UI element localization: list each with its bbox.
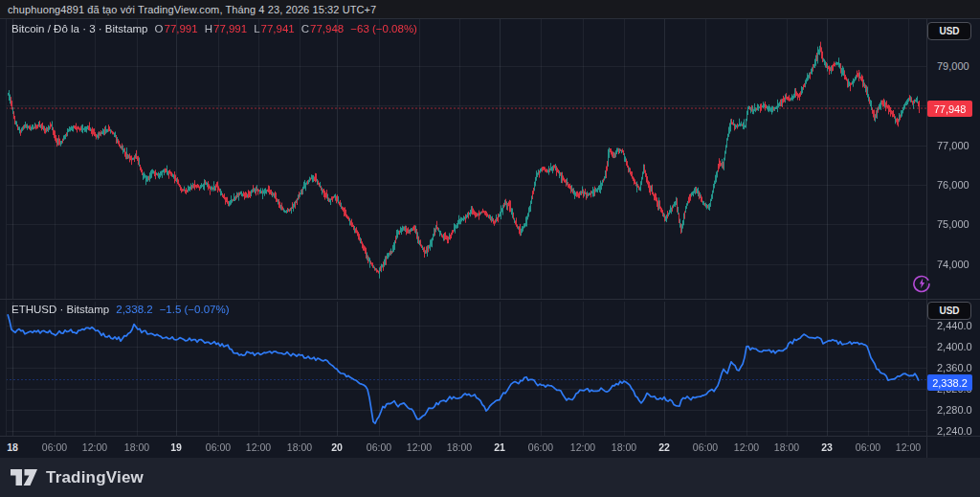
- eth-legend[interactable]: ETHUSD · Bitstamp 2,338.2 −1.5 (−0.07%): [11, 304, 230, 315]
- tradingview-brand-text: TradingView: [46, 468, 144, 487]
- attribution-text: chuphuong4891 đã tạo với TradingView.com…: [8, 4, 376, 15]
- btc-last-price-tag: 77,948: [927, 101, 972, 117]
- price-tick-label: 74,000: [937, 259, 980, 270]
- time-tick-label: 12:00: [725, 441, 768, 453]
- pane-divider[interactable]: [0, 299, 980, 300]
- time-tick-label: 06:00: [33, 441, 76, 453]
- time-tick-label: 12:00: [398, 441, 440, 453]
- btc-change: −63 (−0.08%): [350, 23, 417, 34]
- time-tick-label: 18:00: [603, 441, 645, 453]
- tradingview-chart-screenshot: chuphuong4891 đã tạo với TradingView.com…: [0, 0, 980, 497]
- attribution-bar: chuphuong4891 đã tạo với TradingView.com…: [0, 0, 980, 18]
- time-tick-label: 19: [155, 441, 197, 453]
- time-tick-label: 12:00: [74, 441, 116, 453]
- time-tick-label: 20: [316, 441, 358, 453]
- time-tick-label: 18:00: [278, 441, 321, 453]
- price-tick-label: 2,360.0: [937, 362, 980, 373]
- price-tick-label: 2,280.0: [937, 404, 980, 416]
- btc-candlestick-chart[interactable]: [6, 19, 926, 299]
- time-tick-label: 06:00: [197, 441, 239, 453]
- price-tick-label: 2,400.0: [937, 341, 980, 352]
- tradingview-logo-icon: [10, 466, 38, 488]
- btc-currency-button[interactable]: USD: [927, 22, 971, 40]
- price-tick-label: 76,000: [937, 179, 980, 191]
- time-tick-label: 06:00: [847, 441, 889, 453]
- time-tick-label: 21: [479, 441, 521, 453]
- time-tick-label: 06:00: [358, 441, 400, 453]
- plot-left-border: [6, 19, 7, 436]
- time-tick-label: 06:00: [684, 441, 726, 453]
- eth-last-price-tag: 2,338.2: [927, 374, 972, 391]
- time-tick-label: 18:00: [766, 441, 808, 453]
- time-tick-label: 18:00: [438, 441, 480, 453]
- btc-symbol-title[interactable]: Bitcoin / Đô la · 3 · Bitstamp: [11, 23, 148, 34]
- price-tick-label: 77,000: [937, 140, 980, 151]
- tradingview-logo[interactable]: TradingView: [10, 466, 144, 488]
- time-tick-label: 06:00: [520, 441, 562, 453]
- btc-high: H77,991: [205, 23, 248, 34]
- eth-change: −1.5 (−0.07%): [160, 304, 230, 315]
- footer-bar: TradingView: [0, 458, 980, 497]
- btc-open: O77,991: [155, 23, 198, 34]
- price-tick-label: 79,000: [937, 60, 980, 72]
- price-tick-label: 75,000: [937, 218, 980, 230]
- time-tick-label: 12:00: [562, 441, 604, 453]
- time-tick-label: 22: [643, 441, 685, 453]
- boost-lightning-icon[interactable]: [912, 274, 931, 293]
- time-tick-label: 23: [806, 441, 848, 453]
- eth-symbol-title[interactable]: ETHUSD · Bitstamp: [11, 304, 109, 315]
- eth-last-value: 2,338.2: [116, 304, 152, 315]
- time-tick-label: 18:00: [116, 441, 158, 453]
- btc-close: C77,948: [301, 23, 345, 34]
- btc-legend[interactable]: Bitcoin / Đô la · 3 · Bitstamp O77,991 H…: [11, 23, 417, 34]
- time-axis-border: [0, 436, 980, 437]
- time-tick-label: 18: [0, 441, 33, 453]
- price-tick-label: 2,440.0: [937, 320, 980, 331]
- price-tick-label: 2,240.0: [937, 425, 980, 437]
- eth-line-chart[interactable]: [6, 302, 926, 436]
- eth-currency-button[interactable]: USD: [927, 302, 971, 320]
- time-tick-label: 12:00: [887, 441, 929, 453]
- price-axis-border: [926, 18, 927, 458]
- time-tick-label: 12:00: [237, 441, 279, 453]
- btc-low: L77,941: [254, 23, 295, 34]
